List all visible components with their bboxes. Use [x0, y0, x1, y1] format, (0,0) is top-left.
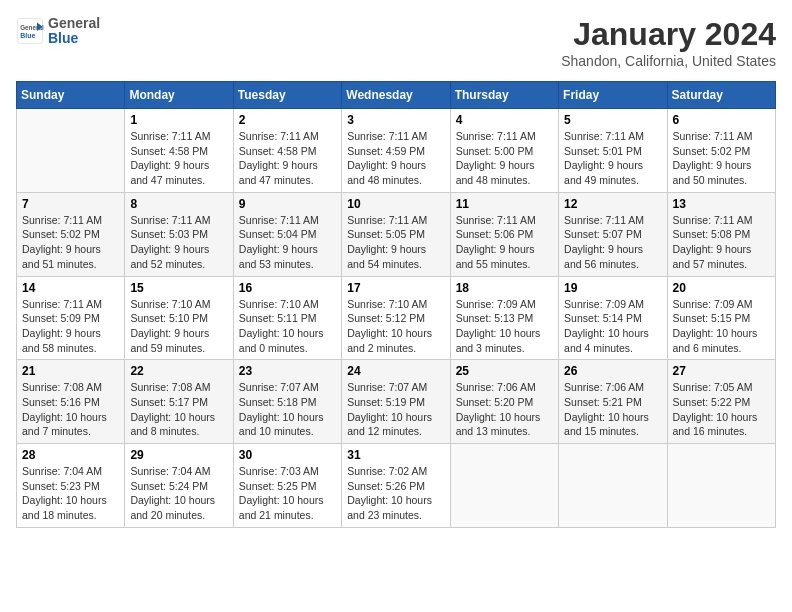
- calendar-cell: [667, 444, 775, 528]
- day-number: 10: [347, 197, 444, 211]
- calendar-cell: 29Sunrise: 7:04 AM Sunset: 5:24 PM Dayli…: [125, 444, 233, 528]
- day-number: 24: [347, 364, 444, 378]
- day-info: Sunrise: 7:11 AM Sunset: 5:03 PM Dayligh…: [130, 213, 227, 272]
- logo-text: General Blue: [48, 16, 100, 47]
- day-number: 20: [673, 281, 770, 295]
- day-info: Sunrise: 7:10 AM Sunset: 5:10 PM Dayligh…: [130, 297, 227, 356]
- day-info: Sunrise: 7:02 AM Sunset: 5:26 PM Dayligh…: [347, 464, 444, 523]
- day-number: 13: [673, 197, 770, 211]
- calendar-cell: 6Sunrise: 7:11 AM Sunset: 5:02 PM Daylig…: [667, 109, 775, 193]
- weekday-header-wednesday: Wednesday: [342, 82, 450, 109]
- calendar-cell: 14Sunrise: 7:11 AM Sunset: 5:09 PM Dayli…: [17, 276, 125, 360]
- day-info: Sunrise: 7:07 AM Sunset: 5:19 PM Dayligh…: [347, 380, 444, 439]
- day-info: Sunrise: 7:04 AM Sunset: 5:23 PM Dayligh…: [22, 464, 119, 523]
- day-info: Sunrise: 7:04 AM Sunset: 5:24 PM Dayligh…: [130, 464, 227, 523]
- weekday-header-tuesday: Tuesday: [233, 82, 341, 109]
- calendar-cell: 11Sunrise: 7:11 AM Sunset: 5:06 PM Dayli…: [450, 192, 558, 276]
- day-number: 16: [239, 281, 336, 295]
- logo: General Blue General Blue: [16, 16, 100, 47]
- day-number: 25: [456, 364, 553, 378]
- calendar-cell: 20Sunrise: 7:09 AM Sunset: 5:15 PM Dayli…: [667, 276, 775, 360]
- calendar-week-row: 1Sunrise: 7:11 AM Sunset: 4:58 PM Daylig…: [17, 109, 776, 193]
- day-info: Sunrise: 7:11 AM Sunset: 4:59 PM Dayligh…: [347, 129, 444, 188]
- day-info: Sunrise: 7:11 AM Sunset: 4:58 PM Dayligh…: [130, 129, 227, 188]
- logo-icon: General Blue: [16, 17, 44, 45]
- day-number: 30: [239, 448, 336, 462]
- day-number: 1: [130, 113, 227, 127]
- calendar-cell: 22Sunrise: 7:08 AM Sunset: 5:17 PM Dayli…: [125, 360, 233, 444]
- svg-text:Blue: Blue: [20, 32, 35, 39]
- day-info: Sunrise: 7:06 AM Sunset: 5:21 PM Dayligh…: [564, 380, 661, 439]
- day-info: Sunrise: 7:11 AM Sunset: 5:09 PM Dayligh…: [22, 297, 119, 356]
- day-number: 28: [22, 448, 119, 462]
- weekday-header-sunday: Sunday: [17, 82, 125, 109]
- calendar-cell: 4Sunrise: 7:11 AM Sunset: 5:00 PM Daylig…: [450, 109, 558, 193]
- day-info: Sunrise: 7:11 AM Sunset: 5:04 PM Dayligh…: [239, 213, 336, 272]
- day-info: Sunrise: 7:11 AM Sunset: 5:01 PM Dayligh…: [564, 129, 661, 188]
- weekday-header-monday: Monday: [125, 82, 233, 109]
- calendar-cell: 23Sunrise: 7:07 AM Sunset: 5:18 PM Dayli…: [233, 360, 341, 444]
- calendar-cell: 30Sunrise: 7:03 AM Sunset: 5:25 PM Dayli…: [233, 444, 341, 528]
- day-number: 19: [564, 281, 661, 295]
- day-info: Sunrise: 7:10 AM Sunset: 5:11 PM Dayligh…: [239, 297, 336, 356]
- calendar-cell: 7Sunrise: 7:11 AM Sunset: 5:02 PM Daylig…: [17, 192, 125, 276]
- day-number: 26: [564, 364, 661, 378]
- day-info: Sunrise: 7:09 AM Sunset: 5:15 PM Dayligh…: [673, 297, 770, 356]
- day-info: Sunrise: 7:06 AM Sunset: 5:20 PM Dayligh…: [456, 380, 553, 439]
- day-number: 5: [564, 113, 661, 127]
- day-info: Sunrise: 7:05 AM Sunset: 5:22 PM Dayligh…: [673, 380, 770, 439]
- calendar-cell: [17, 109, 125, 193]
- day-number: 31: [347, 448, 444, 462]
- day-number: 12: [564, 197, 661, 211]
- day-info: Sunrise: 7:10 AM Sunset: 5:12 PM Dayligh…: [347, 297, 444, 356]
- day-info: Sunrise: 7:08 AM Sunset: 5:17 PM Dayligh…: [130, 380, 227, 439]
- day-info: Sunrise: 7:11 AM Sunset: 5:08 PM Dayligh…: [673, 213, 770, 272]
- day-number: 18: [456, 281, 553, 295]
- day-number: 23: [239, 364, 336, 378]
- calendar-cell: 8Sunrise: 7:11 AM Sunset: 5:03 PM Daylig…: [125, 192, 233, 276]
- calendar-cell: 12Sunrise: 7:11 AM Sunset: 5:07 PM Dayli…: [559, 192, 667, 276]
- calendar-cell: [450, 444, 558, 528]
- title-block: January 2024 Shandon, California, United…: [561, 16, 776, 69]
- calendar-cell: 16Sunrise: 7:10 AM Sunset: 5:11 PM Dayli…: [233, 276, 341, 360]
- day-info: Sunrise: 7:11 AM Sunset: 4:58 PM Dayligh…: [239, 129, 336, 188]
- day-number: 3: [347, 113, 444, 127]
- day-number: 15: [130, 281, 227, 295]
- day-number: 6: [673, 113, 770, 127]
- calendar-week-row: 28Sunrise: 7:04 AM Sunset: 5:23 PM Dayli…: [17, 444, 776, 528]
- calendar-cell: 10Sunrise: 7:11 AM Sunset: 5:05 PM Dayli…: [342, 192, 450, 276]
- day-info: Sunrise: 7:09 AM Sunset: 5:14 PM Dayligh…: [564, 297, 661, 356]
- day-info: Sunrise: 7:07 AM Sunset: 5:18 PM Dayligh…: [239, 380, 336, 439]
- calendar-cell: 24Sunrise: 7:07 AM Sunset: 5:19 PM Dayli…: [342, 360, 450, 444]
- day-number: 17: [347, 281, 444, 295]
- day-info: Sunrise: 7:11 AM Sunset: 5:02 PM Dayligh…: [22, 213, 119, 272]
- day-number: 14: [22, 281, 119, 295]
- day-number: 21: [22, 364, 119, 378]
- day-number: 2: [239, 113, 336, 127]
- day-info: Sunrise: 7:11 AM Sunset: 5:05 PM Dayligh…: [347, 213, 444, 272]
- calendar-cell: 27Sunrise: 7:05 AM Sunset: 5:22 PM Dayli…: [667, 360, 775, 444]
- calendar-cell: 15Sunrise: 7:10 AM Sunset: 5:10 PM Dayli…: [125, 276, 233, 360]
- calendar-week-row: 14Sunrise: 7:11 AM Sunset: 5:09 PM Dayli…: [17, 276, 776, 360]
- day-number: 29: [130, 448, 227, 462]
- calendar-cell: 19Sunrise: 7:09 AM Sunset: 5:14 PM Dayli…: [559, 276, 667, 360]
- day-number: 9: [239, 197, 336, 211]
- month-year-title: January 2024: [561, 16, 776, 53]
- calendar-cell: 31Sunrise: 7:02 AM Sunset: 5:26 PM Dayli…: [342, 444, 450, 528]
- calendar-cell: 2Sunrise: 7:11 AM Sunset: 4:58 PM Daylig…: [233, 109, 341, 193]
- calendar-cell: 21Sunrise: 7:08 AM Sunset: 5:16 PM Dayli…: [17, 360, 125, 444]
- day-info: Sunrise: 7:11 AM Sunset: 5:02 PM Dayligh…: [673, 129, 770, 188]
- calendar-cell: 5Sunrise: 7:11 AM Sunset: 5:01 PM Daylig…: [559, 109, 667, 193]
- page-header: General Blue General Blue January 2024 S…: [16, 16, 776, 69]
- day-number: 27: [673, 364, 770, 378]
- calendar-cell: 3Sunrise: 7:11 AM Sunset: 4:59 PM Daylig…: [342, 109, 450, 193]
- day-info: Sunrise: 7:11 AM Sunset: 5:07 PM Dayligh…: [564, 213, 661, 272]
- weekday-header-thursday: Thursday: [450, 82, 558, 109]
- calendar-header-row: SundayMondayTuesdayWednesdayThursdayFrid…: [17, 82, 776, 109]
- calendar-table: SundayMondayTuesdayWednesdayThursdayFrid…: [16, 81, 776, 528]
- location-subtitle: Shandon, California, United States: [561, 53, 776, 69]
- day-number: 4: [456, 113, 553, 127]
- day-number: 7: [22, 197, 119, 211]
- calendar-week-row: 7Sunrise: 7:11 AM Sunset: 5:02 PM Daylig…: [17, 192, 776, 276]
- calendar-cell: 17Sunrise: 7:10 AM Sunset: 5:12 PM Dayli…: [342, 276, 450, 360]
